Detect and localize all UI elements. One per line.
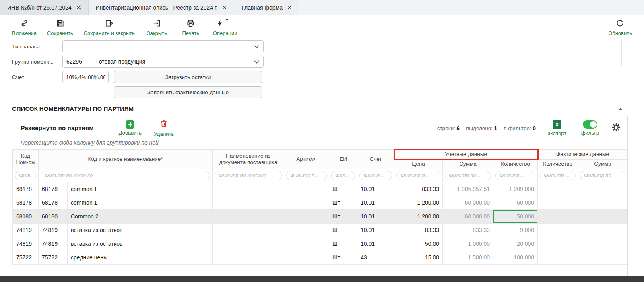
filter-input-unit[interactable]	[331, 171, 355, 180]
cell-unit[interactable]: Шт	[329, 251, 357, 264]
col-header-account[interactable]: Счет	[357, 150, 394, 169]
col-header-fact-qty[interactable]: Количество	[538, 159, 578, 169]
cell-fact-sum[interactable]	[578, 237, 628, 251]
cell-code[interactable]: 74819	[13, 223, 39, 237]
cell-sum[interactable]: 833.33	[443, 223, 493, 237]
col-header-code-and-name[interactable]: Код и краткое наименование*	[39, 150, 213, 169]
tab-close-icon[interactable]	[76, 5, 81, 10]
stock-type-code-field[interactable]	[63, 41, 92, 52]
cell-doc-name[interactable]	[213, 182, 284, 196]
cell-doc-name[interactable]	[213, 209, 284, 223]
cell-article[interactable]	[284, 196, 329, 209]
cell-fact-qty[interactable]	[538, 237, 578, 251]
operations-button[interactable]: Операции	[213, 19, 237, 36]
add-row-button[interactable]: Добавить	[118, 120, 142, 136]
save-button[interactable]: Сохранить	[47, 19, 73, 36]
table-row[interactable]: 68178 68178 common 1 Шт 10.01 833.33 -1 …	[13, 182, 628, 196]
cell-code2[interactable]: 74819	[39, 223, 68, 237]
cell-name[interactable]: вставка из остатков	[68, 237, 213, 251]
cell-price[interactable]: 83.33	[394, 223, 443, 237]
item-group-code-field[interactable]: 62296	[63, 56, 92, 67]
cell-fact-qty[interactable]	[538, 196, 578, 209]
delete-row-button[interactable]: Удалить	[152, 119, 175, 137]
cell-fact-sum[interactable]	[578, 182, 628, 196]
grid-settings-button[interactable]	[611, 122, 621, 134]
cell-doc-name[interactable]	[213, 251, 284, 264]
cell-sum[interactable]: -1 005 957.51	[443, 182, 493, 196]
col-header-unit[interactable]: ЕИ	[329, 150, 357, 169]
cell-account[interactable]: 10.01	[357, 223, 394, 237]
cell-sum[interactable]: 1 500.00	[443, 251, 493, 264]
cell-unit[interactable]: Шт	[329, 182, 357, 196]
cell-qty[interactable]: 50.000	[493, 196, 538, 209]
print-button[interactable]: Печать	[179, 19, 202, 36]
filter-input-doc-name[interactable]	[215, 171, 282, 180]
fill-actual-data-button[interactable]: Заполнить фактические данные	[114, 86, 262, 98]
cell-name[interactable]: Common 2	[68, 209, 213, 223]
table-row[interactable]: 74819 74819 вставка из остатков Шт 10.01…	[13, 223, 628, 237]
cell-article[interactable]	[284, 182, 329, 196]
col-header-price[interactable]: Цена	[394, 159, 443, 169]
cell-qty[interactable]: -1 209.000	[493, 182, 538, 196]
col-header-sum[interactable]: Сумма	[443, 159, 493, 169]
cell-account[interactable]: 10.01	[357, 196, 394, 209]
col-header-article[interactable]: Артикул	[284, 150, 329, 169]
cell-price[interactable]: 1 200.00	[394, 196, 443, 209]
cell-article[interactable]	[284, 209, 329, 223]
cell-price[interactable]: 15.00	[394, 251, 443, 264]
filter-toggle-button[interactable]: фильтр	[578, 120, 602, 136]
cell-unit[interactable]: Шт	[329, 223, 357, 237]
table-row[interactable]: 68178 68178 common 1 Шт 10.01 1 200.00 6…	[13, 196, 628, 209]
load-balances-button[interactable]: Загрузить остатки	[114, 71, 262, 83]
tab-close-icon[interactable]	[222, 5, 227, 10]
col-header-qty[interactable]: Количество	[493, 159, 538, 169]
cell-sum[interactable]: 60 000.00	[443, 209, 493, 223]
stock-type-combo[interactable]	[62, 40, 264, 52]
save-and-close-button[interactable]: Сохранить и закрыть	[84, 19, 135, 36]
cell-name[interactable]: средние цены	[68, 251, 213, 264]
cell-code[interactable]: 68178	[13, 182, 39, 196]
filter-input-price[interactable]	[396, 171, 440, 180]
filter-input-account[interactable]	[359, 171, 392, 180]
cell-code[interactable]: 68180	[13, 209, 39, 223]
cell-fact-qty[interactable]	[538, 251, 578, 264]
cell-code2[interactable]: 68178	[39, 196, 68, 209]
account-input[interactable]	[62, 71, 109, 83]
table-row[interactable]: 74819 74819 вставка из остатков Шт 10.01…	[13, 237, 628, 251]
cell-fact-sum[interactable]	[578, 209, 628, 223]
tab-document[interactable]: ИНВ №б/н от 26.07.2024	[0, 0, 89, 15]
tab-close-icon[interactable]	[287, 5, 292, 10]
cell-name[interactable]: common 1	[68, 196, 213, 209]
filter-input-fact-sum[interactable]	[580, 171, 625, 180]
cell-fact-sum[interactable]	[578, 251, 628, 264]
cell-qty[interactable]: 9.000	[493, 223, 538, 237]
group-by-drop-zone[interactable]: Перетащите сюда колонку для группировки …	[12, 138, 627, 149]
cell-qty[interactable]: 20.000	[493, 237, 538, 251]
cell-price[interactable]: 50.00	[394, 237, 443, 251]
cell-article[interactable]	[284, 223, 329, 237]
cell-account[interactable]: 10.01	[357, 237, 394, 251]
cell-price[interactable]: 833.33	[394, 182, 443, 196]
cell-code2[interactable]: 68178	[39, 182, 68, 196]
item-group-combo[interactable]: 62296 Готовая продукция	[62, 56, 264, 68]
tab-main-form[interactable]: Главная форма	[234, 0, 299, 15]
tab-registry[interactable]: Инвентаризационная опись - Реестр за 202…	[89, 0, 235, 15]
cell-doc-name[interactable]	[213, 223, 284, 237]
cell-fact-qty[interactable]	[538, 209, 578, 223]
cell-sum[interactable]: 1 000.00	[443, 237, 493, 251]
cell-qty[interactable]: 100.000	[493, 251, 538, 264]
table-row[interactable]: 68180 68180 Common 2 Шт 10.01 1 200.00 6…	[13, 209, 628, 223]
filter-input-fact-qty[interactable]	[540, 171, 576, 180]
cell-account[interactable]: 10.01	[357, 209, 394, 223]
cell-name[interactable]: вставка из остатков	[68, 223, 213, 237]
col-header-doc-name[interactable]: Наименование из документа поставщика	[213, 150, 284, 169]
attachments-button[interactable]: Вложения	[12, 19, 37, 36]
cell-fact-qty[interactable]	[538, 182, 578, 196]
collapse-section-button[interactable]	[618, 105, 623, 112]
cell-doc-name[interactable]	[213, 237, 284, 251]
filter-input-sum[interactable]	[445, 171, 491, 180]
export-excel-button[interactable]: X экспорт	[545, 120, 569, 136]
cell-sum[interactable]: 60 000.00	[443, 196, 493, 209]
cell-code2[interactable]: 75722	[39, 251, 68, 264]
cell-account[interactable]: 43	[357, 251, 394, 264]
